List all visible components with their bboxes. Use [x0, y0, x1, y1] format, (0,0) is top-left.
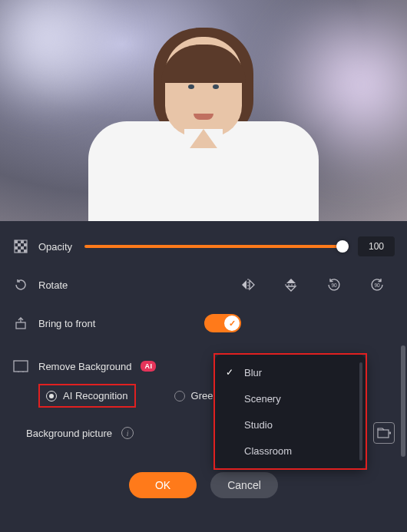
svg-rect-8	[24, 249, 27, 253]
dropdown-item-classroom[interactable]: Classroom	[215, 438, 366, 464]
opacity-label: Opacity	[38, 241, 72, 253]
dropdown-item-scenery[interactable]: Scenery	[215, 385, 366, 411]
ai-recognition-label: AI Recognition	[63, 390, 128, 401]
cancel-button[interactable]: Cancel	[210, 472, 278, 498]
svg-rect-3	[18, 243, 21, 246]
svg-rect-6	[21, 246, 24, 249]
bring-to-front-icon	[12, 316, 29, 330]
bring-to-front-toggle[interactable]: ✓	[204, 314, 241, 332]
background-dropdown: ✓ Blur Scenery Studio Classroom	[215, 355, 366, 468]
remove-background-icon	[12, 360, 29, 372]
bring-to-front-label: Bring to front	[38, 318, 95, 329]
svg-rect-2	[21, 240, 24, 243]
dropdown-item-blur[interactable]: ✓ Blur	[215, 359, 366, 385]
preview-image	[0, 0, 407, 221]
green-screen-radio[interactable]: Green	[174, 390, 219, 401]
svg-rect-17	[378, 430, 389, 438]
scrollbar-thumb[interactable]	[401, 345, 405, 457]
ok-button[interactable]: OK	[129, 472, 197, 498]
svg-rect-5	[15, 246, 18, 249]
flip-horizontal-button[interactable]	[238, 275, 258, 295]
check-icon: ✓	[226, 367, 237, 378]
dropdown-item-studio[interactable]: Studio	[215, 411, 366, 438]
opacity-row: Opacity 100	[12, 227, 395, 266]
rotate-ccw-button[interactable]: 90	[324, 275, 344, 295]
bring-to-front-row: Bring to front ✓	[12, 304, 395, 342]
svg-rect-1	[15, 240, 18, 243]
svg-rect-7	[18, 249, 21, 253]
flip-vertical-button[interactable]	[281, 275, 301, 295]
rotate-cw-button[interactable]: 90	[367, 275, 387, 295]
svg-rect-4	[24, 243, 27, 246]
check-icon: ✓	[224, 316, 240, 331]
remove-background-label: Remove Background	[38, 361, 131, 372]
svg-text:90: 90	[331, 283, 337, 288]
svg-rect-14	[14, 361, 28, 372]
ai-badge: AI	[141, 361, 156, 372]
opacity-slider-thumb[interactable]	[336, 240, 349, 253]
opacity-icon	[12, 240, 29, 253]
opacity-slider[interactable]	[84, 245, 349, 248]
opacity-value[interactable]: 100	[358, 236, 395, 256]
background-picture-label: Background picture	[26, 428, 112, 439]
info-icon[interactable]: i	[121, 427, 134, 439]
svg-rect-13	[16, 322, 25, 329]
rotate-row: Rotate 90 90	[12, 266, 395, 304]
dropdown-scrollbar[interactable]	[359, 362, 362, 461]
ai-recognition-radio[interactable]: AI Recognition	[46, 390, 128, 401]
rotate-icon	[12, 278, 29, 292]
svg-text:90: 90	[374, 283, 380, 288]
panel-scrollbar[interactable]	[401, 226, 405, 529]
browse-folder-button[interactable]	[373, 422, 395, 444]
rotate-label: Rotate	[38, 279, 68, 291]
